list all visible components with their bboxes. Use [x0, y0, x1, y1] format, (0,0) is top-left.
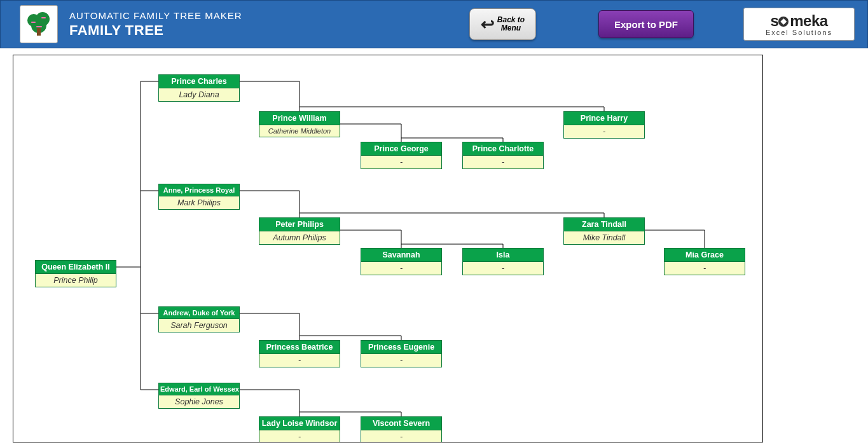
back-arrow-icon: ↩ [481, 15, 495, 34]
tree-node[interactable]: Princess Eugenie - [361, 340, 442, 367]
person-spouse: - [361, 430, 442, 442]
tree-node[interactable]: Prince William Catherine Middleton [259, 111, 340, 137]
person-name: Edward, Earl of Wessex [158, 383, 240, 395]
tree-node[interactable]: Edward, Earl of Wessex Sophie Jones [158, 383, 240, 409]
person-spouse: Prince Philip [35, 274, 116, 287]
person-spouse: Autumn Philips [259, 231, 340, 245]
person-name: Prince Charlotte [462, 142, 544, 156]
person-spouse: - [462, 156, 544, 169]
brand-dot-icon [778, 17, 789, 27]
tree-node[interactable]: Prince George - [361, 142, 442, 169]
tree-node[interactable]: Anne, Princess Royal Mark Philips [158, 184, 240, 210]
page-title: FAMILY TREE [69, 22, 242, 39]
back-button-label: Back toMenu [497, 16, 525, 32]
person-spouse: Mark Philips [158, 196, 240, 210]
tree-node[interactable]: Prince Charlotte - [462, 142, 544, 169]
tree-node[interactable]: Peter Philips Autumn Philips [259, 217, 340, 245]
person-spouse: Catherine Middleton [259, 125, 340, 137]
brand-logo: ssomekameka Excel Solutions [743, 8, 855, 41]
person-spouse: Sarah Ferguson [158, 319, 240, 332]
export-pdf-button[interactable]: Export to PDF [598, 10, 694, 38]
tree-node[interactable]: Savannah - [361, 248, 442, 275]
tree-node[interactable]: Zara Tindall Mike Tindall [563, 217, 645, 245]
person-name: Prince George [361, 142, 442, 156]
app-logo [20, 5, 58, 43]
person-name: Viscont Severn [361, 416, 442, 430]
tree-node[interactable]: Isla - [462, 248, 544, 275]
tree-node[interactable]: Prince Harry - [563, 111, 645, 139]
tree-node[interactable]: Viscont Severn - [361, 416, 442, 442]
tree-node[interactable]: Lady Loise Windsor - [259, 416, 340, 442]
tree-node[interactable]: Prince Charles Lady Diana [158, 74, 240, 102]
family-tree-canvas: Queen Elizabeth II Prince Philip Prince … [13, 55, 763, 442]
person-name: Anne, Princess Royal [158, 184, 240, 196]
svg-rect-3 [37, 28, 41, 36]
person-name: Peter Philips [259, 217, 340, 231]
person-spouse: - [664, 262, 745, 275]
tree-node[interactable]: Princess Beatrice - [259, 340, 340, 367]
person-spouse: - [361, 156, 442, 169]
tree-icon [25, 10, 53, 38]
person-name: Lady Loise Windsor [259, 416, 340, 430]
person-spouse: - [361, 354, 442, 367]
person-spouse: - [259, 430, 340, 442]
person-name: Isla [462, 248, 544, 262]
person-spouse: - [259, 354, 340, 367]
person-spouse: - [361, 262, 442, 275]
person-name: Prince Charles [158, 74, 240, 88]
person-name: Mia Grace [664, 248, 745, 262]
export-button-label: Export to PDF [614, 19, 678, 30]
app-header: AUTOMATIC FAMILY TREE MAKER FAMILY TREE … [0, 0, 868, 48]
person-name: Queen Elizabeth II [35, 260, 116, 274]
back-to-menu-button[interactable]: ↩ Back toMenu [469, 8, 536, 40]
person-name: Zara Tindall [563, 217, 645, 231]
person-name: Andrew, Duke of York [158, 306, 240, 319]
person-name: Prince William [259, 111, 340, 125]
person-spouse: - [563, 125, 645, 139]
app-subtitle: AUTOMATIC FAMILY TREE MAKER [69, 10, 242, 21]
person-spouse: Sophie Jones [158, 395, 240, 409]
person-name: Princess Eugenie [361, 340, 442, 354]
tree-node-root[interactable]: Queen Elizabeth II Prince Philip [35, 260, 116, 287]
person-name: Prince Harry [563, 111, 645, 125]
person-spouse: - [462, 262, 544, 275]
person-spouse: Mike Tindall [563, 231, 645, 245]
person-name: Princess Beatrice [259, 340, 340, 354]
person-name: Savannah [361, 248, 442, 262]
tree-node[interactable]: Andrew, Duke of York Sarah Ferguson [158, 306, 240, 332]
person-spouse: Lady Diana [158, 88, 240, 102]
tree-node[interactable]: Mia Grace - [664, 248, 745, 275]
